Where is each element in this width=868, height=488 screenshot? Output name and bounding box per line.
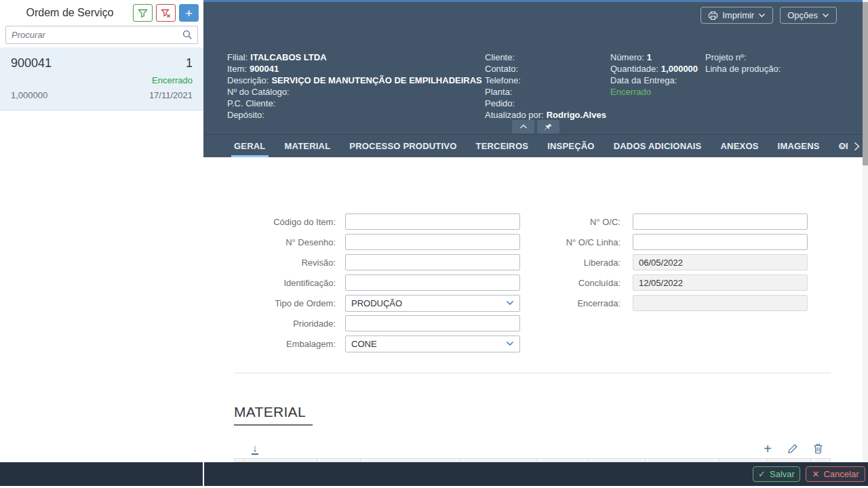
order-detail-panel: Imprimir Opções Filial:ITALCABOS LTDA It…	[203, 0, 868, 488]
printer-icon	[708, 11, 718, 20]
num-oc-input[interactable]	[633, 214, 808, 230]
pin-icon	[544, 123, 553, 131]
close-icon: ✕	[812, 469, 820, 479]
field-linha-producao: Linha de produção:	[705, 63, 783, 75]
identificacao-input[interactable]	[345, 274, 520, 291]
vertical-scrollbar	[863, 0, 868, 462]
field-cliente: Cliente:	[485, 52, 606, 63]
field-numero: Número:1	[610, 52, 698, 63]
action-footer: ✓ Salvar ✕ Cancelar	[0, 462, 868, 486]
print-button[interactable]: Imprimir	[701, 7, 773, 24]
num-oc-label: N° O/C:	[519, 217, 620, 227]
section-divider	[234, 373, 831, 373]
chevron-down-icon	[506, 341, 514, 346]
tabs-scroll-right-button[interactable]	[854, 135, 860, 157]
collapse-header-button[interactable]	[512, 120, 534, 134]
options-button[interactable]: Opções	[780, 7, 837, 24]
tipo-de-ordem-label: Tipo de Ordem:	[234, 298, 336, 308]
codigo-do-item-input[interactable]	[345, 214, 520, 230]
tab-inspecao[interactable]: INSPEÇÃO	[547, 135, 595, 157]
encerrada-input	[633, 295, 808, 311]
revisao-input[interactable]	[345, 254, 520, 270]
num-desenho-label: N° Desenho:	[234, 237, 336, 247]
plus-icon: +	[764, 441, 772, 457]
tab-imagens[interactable]: IMAGENS	[778, 135, 820, 157]
encerrada-label: Encerrada:	[519, 298, 620, 308]
order-header: Imprimir Opções Filial:ITALCABOS LTDA It…	[203, 2, 868, 134]
field-contato: Contato:	[485, 63, 606, 75]
tab-geral[interactable]: GERAL	[234, 135, 266, 157]
clear-filter-button[interactable]	[156, 4, 176, 22]
add-row-button[interactable]: +	[762, 442, 774, 455]
concluida-label: Concluída:	[519, 278, 620, 288]
search-input[interactable]	[6, 26, 182, 43]
tab-bar: GERAL MATERIAL PROCESSO PRODUTIVO TERCEI…	[203, 134, 868, 157]
header-status-badge: Encerrado	[610, 86, 698, 98]
tipo-de-ordem-select[interactable]: PRODUÇÃO	[345, 295, 520, 312]
chevron-right-icon	[854, 142, 860, 151]
add-order-button[interactable]: +	[179, 4, 199, 22]
embalagem-label: Embalagem:	[234, 339, 336, 349]
order-list-sidebar: Ordem de Serviço +	[0, 0, 203, 488]
pencil-icon	[787, 443, 798, 454]
pin-header-button[interactable]	[537, 120, 559, 134]
material-table-toolbar: ↓ +	[234, 442, 831, 458]
field-filial: Filial:ITALCABOS LTDA	[227, 52, 482, 63]
order-date: 17/11/2021	[149, 90, 193, 100]
field-data-entrega: Data da Entrega:	[610, 75, 698, 86]
filter-funnel-icon	[138, 8, 148, 18]
prioridade-input[interactable]	[345, 315, 520, 331]
header-info-column-1: Filial:ITALCABOS LTDA Item:900041 Descri…	[227, 52, 482, 121]
num-oc-linha-input[interactable]	[633, 234, 808, 250]
chevron-down-icon	[839, 144, 848, 149]
field-quantidade: Quantidade:1,000000	[610, 63, 698, 75]
prioridade-label: Prioridade:	[234, 319, 336, 329]
tab-terceiros[interactable]: TERCEIROS	[475, 135, 528, 157]
tabs-collapse-button[interactable]	[839, 135, 848, 158]
field-telefone: Telefone:	[485, 75, 606, 86]
sidebar-title: Ordem de Serviço	[7, 7, 133, 19]
order-status-badge: Encerrado	[11, 75, 193, 85]
order-item-count: 1	[186, 56, 193, 70]
liberada-input	[633, 254, 808, 270]
search-icon[interactable]	[182, 30, 197, 40]
filter-clear-icon	[161, 8, 172, 18]
field-pc-cliente: P.C. Cliente:	[227, 98, 482, 109]
field-num-catalogo: Nº do Catálogo:	[227, 86, 482, 98]
chevron-down-icon	[506, 300, 514, 306]
scrollbar-thumb[interactable]	[863, 2, 868, 165]
tab-anexos[interactable]: ANEXOS	[721, 135, 759, 157]
header-info-column-2: Cliente: Contato: Telefone: Planta: Pedi…	[485, 52, 606, 121]
save-button[interactable]: ✓ Salvar	[753, 466, 800, 482]
num-oc-linha-label: N° O/C Linha:	[519, 237, 620, 247]
order-list-item[interactable]: 900041 1 Encerrado 1,000000 17/11/2021	[0, 47, 203, 110]
material-section-title: MATERIAL	[234, 404, 313, 426]
header-info-column-4: Projeto nº: Linha de produção:	[705, 52, 783, 75]
field-item: Item:900041	[227, 63, 482, 75]
field-pedido: Pedido:	[485, 98, 606, 109]
edit-row-button[interactable]	[787, 442, 799, 455]
filter-button[interactable]	[133, 4, 153, 22]
tab-material[interactable]: MATERIAL	[285, 135, 331, 157]
identificacao-label: Identificação:	[234, 278, 336, 288]
field-deposito: Depósito:	[227, 109, 482, 121]
num-desenho-input[interactable]	[345, 234, 520, 250]
download-icon: ↓	[252, 443, 258, 455]
delete-row-button[interactable]	[812, 442, 824, 455]
order-number: 900041	[11, 56, 52, 70]
liberada-label: Liberada:	[519, 258, 620, 268]
tab-dados-adicionais[interactable]: DADOS ADICIONAIS	[614, 135, 702, 157]
field-projeto: Projeto nº:	[705, 52, 783, 63]
chevron-down-icon	[758, 13, 766, 18]
chevron-up-icon	[519, 124, 528, 129]
cancel-button[interactable]: ✕ Cancelar	[806, 466, 865, 482]
codigo-do-item-label: Código do Item:	[234, 217, 336, 227]
chevron-down-icon	[822, 13, 829, 18]
sidebar-header: Ordem de Serviço +	[0, 0, 203, 26]
download-table-button[interactable]: ↓	[249, 442, 261, 455]
header-info-column-3: Número:1 Quantidade:1,000000 Data da Ent…	[610, 52, 698, 98]
trash-icon	[813, 443, 823, 454]
embalagem-select[interactable]: CONE	[345, 336, 520, 352]
tab-processo-produtivo[interactable]: PROCESSO PRODUTIVO	[349, 135, 456, 157]
revisao-label: Revisão:	[234, 258, 336, 268]
